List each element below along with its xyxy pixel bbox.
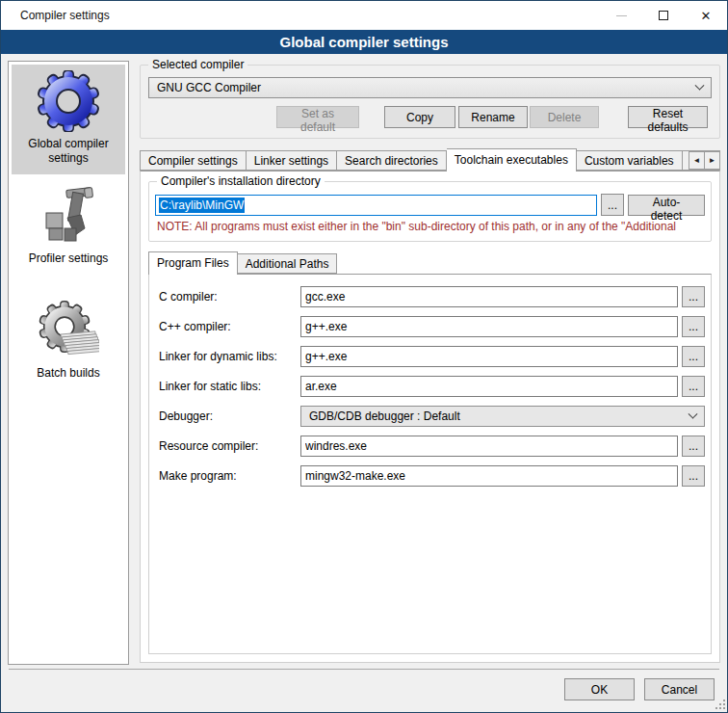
installation-directory-legend: Compiler's installation directory (157, 174, 325, 188)
debugger-select[interactable]: GDB/CDB debugger : Default (300, 406, 705, 427)
chevron-down-icon (695, 80, 705, 90)
tab-linker-settings[interactable]: Linker settings (247, 150, 337, 171)
selected-compiler-legend: Selected compiler (148, 58, 247, 71)
set-as-default-button[interactable]: Set as default (276, 106, 359, 128)
installation-directory-input[interactable]: C:\raylib\MinGW (155, 195, 597, 216)
sidebar-item-batch-builds[interactable]: Batch builds (12, 294, 125, 404)
arrow-right-icon: ► (709, 156, 716, 165)
row-label: Linker for dynamic libs: (159, 350, 300, 363)
row-label: C compiler: (159, 290, 300, 304)
program-row-cpp-compiler: C++ compiler: ... (159, 316, 705, 337)
installation-directory-row: C:\raylib\MinGW ... Auto-detect (155, 194, 705, 216)
program-row-resource-compiler: Resource compiler: ... (159, 436, 705, 457)
sidebar-item-profiler-settings[interactable]: Profiler settings (12, 179, 125, 289)
compiler-settings-dialog: Compiler settings ✕ Global compiler sett… (0, 0, 728, 713)
installation-directory-group: Compiler's installation directory C:\ray… (148, 181, 712, 242)
tab-scroll-left-button[interactable]: ◄ (689, 151, 705, 170)
tab-program-files[interactable]: Program Files (148, 251, 238, 275)
dialog-content: Global compiler settings Profiler settin… (1, 54, 727, 669)
c-compiler-browse-button[interactable]: ... (682, 286, 705, 307)
caliper-icon (38, 185, 99, 247)
compiler-select-value: GNU GCC Compiler (157, 81, 696, 94)
debugger-select-value: GDB/CDB debugger : Default (309, 409, 689, 423)
compiler-select[interactable]: GNU GCC Compiler (148, 77, 712, 98)
tab-compiler-settings[interactable]: Compiler settings (140, 150, 247, 171)
gray-gear-stack-icon (38, 300, 99, 361)
row-label: Make program: (159, 469, 300, 483)
program-row-static-linker: Linker for static libs: ... (159, 376, 705, 397)
tab-scroll-right-button[interactable]: ► (704, 151, 720, 170)
settings-tabstrip: Compiler settings Linker settings Search… (140, 148, 720, 171)
blue-gear-icon (38, 70, 99, 132)
close-icon: ✕ (701, 10, 712, 22)
maximize-icon (659, 11, 668, 20)
tab-additional-paths[interactable]: Additional Paths (238, 253, 338, 274)
sidebar-item-label: Batch builds (37, 366, 99, 381)
chevron-down-icon (689, 409, 698, 418)
static-linker-browse-button[interactable]: ... (682, 376, 705, 397)
copy-button[interactable]: Copy (384, 106, 455, 128)
maximize-button[interactable] (642, 1, 685, 30)
reset-defaults-button[interactable]: Reset defaults (628, 106, 708, 128)
sidebar-item-global-compiler-settings[interactable]: Global compiler settings (12, 65, 125, 174)
resource-compiler-browse-button[interactable]: ... (682, 436, 705, 457)
minimize-icon (616, 15, 627, 16)
c-compiler-input[interactable] (300, 286, 678, 307)
sidebar-item-label: Global compiler settings (13, 137, 123, 166)
cpp-compiler-browse-button[interactable]: ... (682, 316, 705, 337)
static-linker-input[interactable] (300, 376, 678, 397)
row-label: Debugger: (159, 409, 300, 423)
close-button[interactable]: ✕ (685, 1, 727, 30)
toolchain-executables-page: Compiler's installation directory C:\ray… (140, 171, 720, 663)
dynamic-linker-browse-button[interactable]: ... (682, 346, 705, 367)
row-label: Linker for static libs: (159, 380, 300, 393)
make-program-input[interactable] (300, 465, 678, 487)
settings-category-list: Global compiler settings Profiler settin… (8, 61, 129, 665)
ok-button[interactable]: OK (564, 678, 635, 700)
cpp-compiler-input[interactable] (300, 316, 678, 337)
tab-search-directories[interactable]: Search directories (337, 150, 447, 171)
resize-grip-icon[interactable] (723, 707, 725, 709)
compiler-actions: Set as default Copy Rename Delete Reset … (148, 106, 712, 128)
program-row-make-program: Make program: ... (159, 465, 705, 487)
main-panel: Selected compiler GNU GCC Compiler Set a… (140, 61, 720, 663)
window-controls: ✕ (600, 1, 727, 30)
delete-button[interactable]: Delete (530, 106, 599, 128)
tab-toolchain-executables[interactable]: Toolchain executables (447, 148, 577, 172)
dynamic-linker-input[interactable] (300, 346, 678, 367)
program-row-dynamic-linker: Linker for dynamic libs: ... (159, 346, 705, 367)
minimize-button[interactable] (600, 1, 642, 30)
rename-button[interactable]: Rename (458, 106, 528, 128)
sidebar-item-label: Profiler settings (29, 251, 109, 266)
dialog-footer: OK Cancel (9, 669, 719, 712)
window-title: Compiler settings (1, 9, 110, 22)
auto-detect-button[interactable]: Auto-detect (628, 195, 705, 216)
browse-directory-button[interactable]: ... (601, 194, 624, 216)
installation-directory-value: C:\raylib\MinGW (159, 198, 245, 213)
program-row-debugger: Debugger: GDB/CDB debugger : Default (159, 406, 705, 427)
programs-tabstrip: Program Files Additional Paths (148, 251, 712, 274)
row-label: Resource compiler: (159, 439, 300, 453)
cancel-button[interactable]: Cancel (644, 678, 715, 700)
make-program-browse-button[interactable]: ... (682, 465, 705, 487)
row-label: C++ compiler: (159, 320, 300, 333)
resource-compiler-input[interactable] (300, 436, 678, 457)
bin-subdirectory-note: NOTE: All programs must exist either in … (157, 220, 705, 233)
tab-custom-variables[interactable]: Custom variables (577, 150, 683, 171)
arrow-left-icon: ◄ (693, 156, 701, 165)
tab-scroll-buttons: ◄ ► (689, 151, 720, 170)
dialog-banner: Global compiler settings (1, 30, 727, 54)
program-files-page: C compiler: ... C++ compiler: ... (148, 274, 712, 654)
selected-compiler-group: Selected compiler GNU GCC Compiler Set a… (140, 65, 720, 139)
titlebar: Compiler settings ✕ (1, 1, 727, 30)
program-row-c-compiler: C compiler: ... (159, 286, 705, 307)
